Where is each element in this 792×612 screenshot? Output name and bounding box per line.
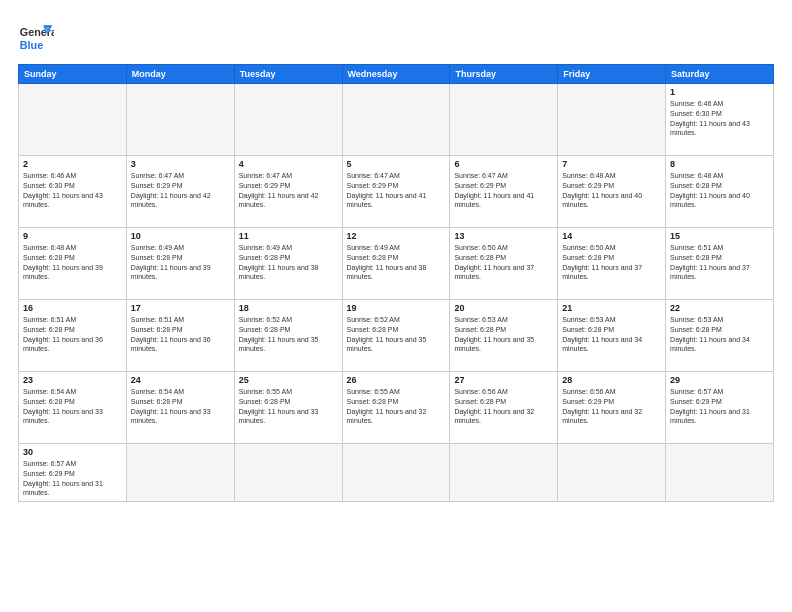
day-info: Sunrise: 6:47 AMSunset: 6:29 PMDaylight:… <box>239 171 338 210</box>
day-number: 18 <box>239 303 338 313</box>
calendar-cell: 10Sunrise: 6:49 AMSunset: 6:28 PMDayligh… <box>126 228 234 300</box>
day-number: 16 <box>23 303 122 313</box>
day-info: Sunrise: 6:51 AMSunset: 6:28 PMDaylight:… <box>131 315 230 354</box>
day-info: Sunrise: 6:49 AMSunset: 6:28 PMDaylight:… <box>131 243 230 282</box>
col-wednesday: Wednesday <box>342 65 450 84</box>
day-number: 30 <box>23 447 122 457</box>
day-number: 13 <box>454 231 553 241</box>
calendar: Sunday Monday Tuesday Wednesday Thursday… <box>18 64 774 502</box>
calendar-cell: 22Sunrise: 6:53 AMSunset: 6:28 PMDayligh… <box>666 300 774 372</box>
day-number: 20 <box>454 303 553 313</box>
logo-icon: General Blue <box>18 18 54 54</box>
calendar-cell: 20Sunrise: 6:53 AMSunset: 6:28 PMDayligh… <box>450 300 558 372</box>
day-info: Sunrise: 6:57 AMSunset: 6:29 PMDaylight:… <box>670 387 769 426</box>
calendar-cell: 18Sunrise: 6:52 AMSunset: 6:28 PMDayligh… <box>234 300 342 372</box>
calendar-cell: 16Sunrise: 6:51 AMSunset: 6:28 PMDayligh… <box>19 300 127 372</box>
calendar-cell: 24Sunrise: 6:54 AMSunset: 6:28 PMDayligh… <box>126 372 234 444</box>
calendar-cell <box>342 84 450 156</box>
calendar-cell: 8Sunrise: 6:48 AMSunset: 6:28 PMDaylight… <box>666 156 774 228</box>
calendar-cell: 21Sunrise: 6:53 AMSunset: 6:28 PMDayligh… <box>558 300 666 372</box>
day-number: 1 <box>670 87 769 97</box>
day-number: 22 <box>670 303 769 313</box>
day-info: Sunrise: 6:57 AMSunset: 6:29 PMDaylight:… <box>23 459 122 498</box>
day-info: Sunrise: 6:49 AMSunset: 6:28 PMDaylight:… <box>347 243 446 282</box>
calendar-cell: 11Sunrise: 6:49 AMSunset: 6:28 PMDayligh… <box>234 228 342 300</box>
calendar-cell <box>234 84 342 156</box>
calendar-cell: 4Sunrise: 6:47 AMSunset: 6:29 PMDaylight… <box>234 156 342 228</box>
day-number: 15 <box>670 231 769 241</box>
day-info: Sunrise: 6:52 AMSunset: 6:28 PMDaylight:… <box>239 315 338 354</box>
day-number: 10 <box>131 231 230 241</box>
day-info: Sunrise: 6:48 AMSunset: 6:29 PMDaylight:… <box>562 171 661 210</box>
day-number: 7 <box>562 159 661 169</box>
day-info: Sunrise: 6:46 AMSunset: 6:30 PMDaylight:… <box>23 171 122 210</box>
day-number: 6 <box>454 159 553 169</box>
svg-text:Blue: Blue <box>20 39 43 51</box>
col-thursday: Thursday <box>450 65 558 84</box>
day-number: 11 <box>239 231 338 241</box>
calendar-cell: 2Sunrise: 6:46 AMSunset: 6:30 PMDaylight… <box>19 156 127 228</box>
day-number: 5 <box>347 159 446 169</box>
calendar-cell: 12Sunrise: 6:49 AMSunset: 6:28 PMDayligh… <box>342 228 450 300</box>
day-number: 12 <box>347 231 446 241</box>
day-number: 26 <box>347 375 446 385</box>
day-info: Sunrise: 6:50 AMSunset: 6:28 PMDaylight:… <box>454 243 553 282</box>
calendar-cell <box>450 444 558 502</box>
day-number: 4 <box>239 159 338 169</box>
calendar-cell: 7Sunrise: 6:48 AMSunset: 6:29 PMDaylight… <box>558 156 666 228</box>
calendar-cell: 27Sunrise: 6:56 AMSunset: 6:28 PMDayligh… <box>450 372 558 444</box>
day-number: 29 <box>670 375 769 385</box>
calendar-cell <box>450 84 558 156</box>
day-info: Sunrise: 6:53 AMSunset: 6:28 PMDaylight:… <box>670 315 769 354</box>
day-info: Sunrise: 6:56 AMSunset: 6:28 PMDaylight:… <box>454 387 553 426</box>
day-number: 2 <box>23 159 122 169</box>
day-info: Sunrise: 6:47 AMSunset: 6:29 PMDaylight:… <box>454 171 553 210</box>
day-info: Sunrise: 6:53 AMSunset: 6:28 PMDaylight:… <box>454 315 553 354</box>
day-number: 19 <box>347 303 446 313</box>
calendar-cell <box>126 84 234 156</box>
day-info: Sunrise: 6:50 AMSunset: 6:28 PMDaylight:… <box>562 243 661 282</box>
day-number: 14 <box>562 231 661 241</box>
day-number: 17 <box>131 303 230 313</box>
day-number: 21 <box>562 303 661 313</box>
calendar-cell: 1Sunrise: 6:46 AMSunset: 6:30 PMDaylight… <box>666 84 774 156</box>
calendar-cell: 9Sunrise: 6:48 AMSunset: 6:28 PMDaylight… <box>19 228 127 300</box>
calendar-cell: 15Sunrise: 6:51 AMSunset: 6:28 PMDayligh… <box>666 228 774 300</box>
day-info: Sunrise: 6:49 AMSunset: 6:28 PMDaylight:… <box>239 243 338 282</box>
day-info: Sunrise: 6:51 AMSunset: 6:28 PMDaylight:… <box>670 243 769 282</box>
calendar-cell: 14Sunrise: 6:50 AMSunset: 6:28 PMDayligh… <box>558 228 666 300</box>
calendar-cell: 5Sunrise: 6:47 AMSunset: 6:29 PMDaylight… <box>342 156 450 228</box>
day-info: Sunrise: 6:54 AMSunset: 6:28 PMDaylight:… <box>131 387 230 426</box>
day-number: 8 <box>670 159 769 169</box>
calendar-cell: 30Sunrise: 6:57 AMSunset: 6:29 PMDayligh… <box>19 444 127 502</box>
calendar-cell <box>234 444 342 502</box>
calendar-cell: 6Sunrise: 6:47 AMSunset: 6:29 PMDaylight… <box>450 156 558 228</box>
calendar-cell: 3Sunrise: 6:47 AMSunset: 6:29 PMDaylight… <box>126 156 234 228</box>
day-info: Sunrise: 6:52 AMSunset: 6:28 PMDaylight:… <box>347 315 446 354</box>
calendar-cell <box>19 84 127 156</box>
day-info: Sunrise: 6:48 AMSunset: 6:28 PMDaylight:… <box>23 243 122 282</box>
day-number: 3 <box>131 159 230 169</box>
calendar-cell: 23Sunrise: 6:54 AMSunset: 6:28 PMDayligh… <box>19 372 127 444</box>
calendar-cell <box>558 84 666 156</box>
day-info: Sunrise: 6:55 AMSunset: 6:28 PMDaylight:… <box>347 387 446 426</box>
calendar-cell <box>126 444 234 502</box>
day-info: Sunrise: 6:54 AMSunset: 6:28 PMDaylight:… <box>23 387 122 426</box>
day-info: Sunrise: 6:46 AMSunset: 6:30 PMDaylight:… <box>670 99 769 138</box>
day-number: 24 <box>131 375 230 385</box>
calendar-cell <box>666 444 774 502</box>
day-info: Sunrise: 6:47 AMSunset: 6:29 PMDaylight:… <box>347 171 446 210</box>
day-info: Sunrise: 6:53 AMSunset: 6:28 PMDaylight:… <box>562 315 661 354</box>
day-info: Sunrise: 6:51 AMSunset: 6:28 PMDaylight:… <box>23 315 122 354</box>
calendar-cell: 13Sunrise: 6:50 AMSunset: 6:28 PMDayligh… <box>450 228 558 300</box>
day-number: 27 <box>454 375 553 385</box>
day-number: 23 <box>23 375 122 385</box>
day-number: 25 <box>239 375 338 385</box>
day-info: Sunrise: 6:56 AMSunset: 6:29 PMDaylight:… <box>562 387 661 426</box>
logo: General Blue <box>18 18 58 54</box>
page: General Blue Sunday Monday Tuesday Wedne… <box>0 0 792 612</box>
calendar-cell <box>342 444 450 502</box>
day-info: Sunrise: 6:47 AMSunset: 6:29 PMDaylight:… <box>131 171 230 210</box>
calendar-cell: 19Sunrise: 6:52 AMSunset: 6:28 PMDayligh… <box>342 300 450 372</box>
day-info: Sunrise: 6:48 AMSunset: 6:28 PMDaylight:… <box>670 171 769 210</box>
